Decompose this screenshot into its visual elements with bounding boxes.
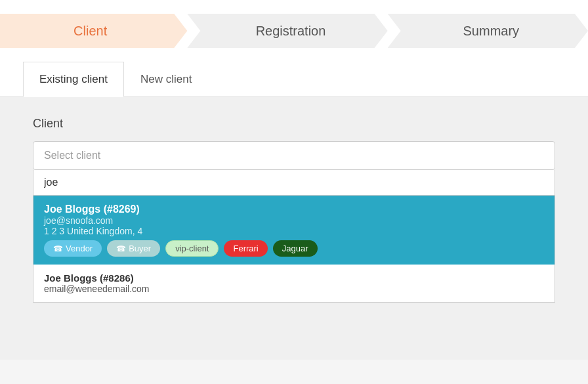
item-name-1: Joe Bloggs (#8286) xyxy=(44,272,544,284)
vendor-icon: ☎ xyxy=(53,244,63,253)
dropdown-item-0[interactable]: Joe Bloggs (#8269) joe@snoofa.com 1 2 3 … xyxy=(33,196,555,265)
buyer-icon: ☎ xyxy=(116,244,126,253)
badge-vip-client: vip-client xyxy=(165,240,219,257)
tabs: Existing client New client xyxy=(0,62,588,97)
step-summary-label: Summary xyxy=(463,24,520,39)
tab-new-client[interactable]: New client xyxy=(124,62,208,97)
client-dropdown: Joe Bloggs (#8269) joe@snoofa.com 1 2 3 … xyxy=(33,196,555,303)
badge-jaguar: Jaguar xyxy=(273,240,318,257)
search-input[interactable] xyxy=(33,170,555,196)
section-label: Client xyxy=(33,117,555,131)
item-email-1: email@weneedemail.com xyxy=(44,284,544,294)
item-address-0: 1 2 3 United Kingdom, 4 xyxy=(44,226,544,236)
select-placeholder: Select client xyxy=(44,150,100,161)
step-registration[interactable]: Registration xyxy=(187,14,387,48)
step-client-label: Client xyxy=(74,24,107,39)
item-badges-0: ☎ Vendor ☎ Buyer vip-client Ferrari Jagu… xyxy=(44,240,544,257)
badge-ferrari: Ferrari xyxy=(224,240,267,257)
stepper: Client Registration Summary xyxy=(0,0,588,62)
tab-existing-client[interactable]: Existing client xyxy=(23,62,124,97)
badge-vendor: ☎ Vendor xyxy=(44,240,102,257)
item-email-0: joe@snoofa.com xyxy=(44,215,544,226)
step-summary[interactable]: Summary xyxy=(388,14,588,48)
tab-content: Client Select client Joe Bloggs (#8269) … xyxy=(0,97,588,360)
dropdown-item-1[interactable]: Joe Bloggs (#8286) email@weneedemail.com xyxy=(33,265,555,302)
item-name-0: Joe Bloggs (#8269) xyxy=(44,203,544,215)
select-client-box[interactable]: Select client xyxy=(33,141,555,170)
badge-buyer: ☎ Buyer xyxy=(107,240,160,257)
step-registration-label: Registration xyxy=(256,24,326,39)
step-client[interactable]: Client xyxy=(0,14,187,48)
